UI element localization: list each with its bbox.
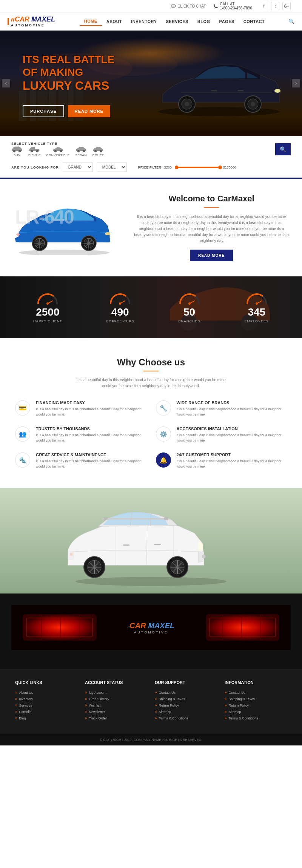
footer-link-0-0[interactable]: About Us: [15, 690, 77, 695]
vehicle-type-sedan[interactable]: SEDAN: [76, 146, 87, 157]
nav-home[interactable]: HOME: [80, 17, 102, 26]
range-dot-left: [175, 166, 179, 169]
svg-point-33: [16, 233, 20, 236]
footer-link-0-3[interactable]: Portfolio: [15, 710, 77, 714]
readmore-button[interactable]: READ MORE: [68, 105, 110, 117]
footer-link-1-0[interactable]: My Account: [85, 690, 147, 695]
welcome-readmore-button[interactable]: READ MORE: [190, 250, 233, 261]
hero-text: ITS REAL BATTLE OF MAKING LUXURY CARS: [23, 53, 114, 93]
arrow-right[interactable]: ›: [292, 79, 300, 87]
svg-rect-18: [211, 90, 217, 91]
footer-link-1-1[interactable]: Order History: [85, 697, 147, 701]
vehicle-type-pickup[interactable]: PICKUP: [28, 146, 41, 157]
footer-link-2-1[interactable]: Shipping & Taxes: [155, 697, 217, 701]
footer-link-0-2[interactable]: Services: [15, 703, 77, 707]
svg-point-25: [60, 150, 62, 152]
footer-logo-car: CAR: [129, 621, 146, 630]
why-grid: 💳 FINANCING MADE EASY It is a beautiful …: [15, 400, 287, 469]
footer-link-3-4[interactable]: Terms & Conditions: [225, 716, 287, 720]
footer-link-3-1[interactable]: Shipping & Taxes: [225, 697, 287, 701]
footer-link-1-4[interactable]: Track Order: [85, 716, 147, 720]
welcome-description: It is a beautiful day in this neighborho…: [132, 214, 291, 244]
nav-blog[interactable]: BLOG: [193, 17, 215, 26]
why-content-0: FINANCING MADE EASY It is a beautiful da…: [36, 400, 146, 417]
why-content-4: GREAT SERVICE & MAINTAINENCE It is a bea…: [36, 452, 146, 469]
nav-contact[interactable]: CONTACT: [239, 17, 269, 26]
chat-icon: 💬: [171, 4, 176, 8]
googleplus-icon[interactable]: G+: [282, 2, 291, 10]
footer-link-2-4[interactable]: Terms & Conditions: [155, 716, 217, 720]
svg-point-9: [159, 107, 279, 116]
nav-services[interactable]: SERVICES: [161, 17, 193, 26]
why-icon-1: 🔧: [156, 400, 171, 416]
why-title-3: ACCESSORIES INSTALLATION: [177, 426, 287, 431]
footer-col-title-2: OUR SUPPORT: [155, 680, 217, 685]
looking-for-label: ARE YOU LOOKING FOR: [11, 166, 59, 169]
chat-label: CLICK TO CHAT: [177, 4, 206, 8]
why-icon-3: ⚙️: [156, 426, 171, 442]
why-text-0: It is a beautiful day in this neighborho…: [36, 407, 146, 417]
footer-link-1-2[interactable]: Wishlist: [85, 703, 147, 707]
stat-item-3: 345 EMPLOYEES: [244, 291, 269, 323]
price-filter: PRICE FILTER $200 $130000: [138, 166, 236, 169]
search-icon[interactable]: 🔍: [288, 18, 294, 24]
car-image-section: [0, 488, 302, 593]
footer-col-title-1: ACCOUNT STATUS: [85, 680, 147, 685]
why-item-5: 🔔 24/7 CUSTOMER SUPPORT It is a beautifu…: [156, 452, 287, 469]
vehicle-type-convertible[interactable]: CONVERTIBLE: [46, 146, 70, 157]
click-to-chat[interactable]: 💬 CLICK TO CHAT: [171, 4, 206, 8]
welcome-title: Welcome to CarMaxel: [132, 194, 291, 204]
logo-sub: AUTOMOTIVE: [11, 23, 55, 27]
why-item-1: 🔧 WIDE RANGE OF BRANDS It is a beautiful…: [156, 400, 287, 417]
vehicle-types: SUV PICKUP CONVERTIBLE SEDAN COUPE: [11, 146, 104, 157]
welcome-divider: [204, 207, 219, 208]
brand-select[interactable]: BRAND: [63, 163, 93, 172]
nav-about[interactable]: ABOUT: [102, 17, 127, 26]
footer-logo: ııCAR MAXEL AUTOMOTIVE: [128, 621, 174, 634]
phone-icon: 📞: [213, 4, 218, 8]
footer-col-title-3: INFORMATION: [225, 680, 287, 685]
svg-line-51: [48, 301, 52, 304]
vehicle-type-coupe[interactable]: COUPE: [92, 146, 104, 157]
twitter-icon[interactable]: t: [271, 2, 279, 10]
footer-link-2-0[interactable]: Contact Us: [155, 690, 217, 695]
why-text-1: It is a beautiful day in this neighborho…: [177, 407, 287, 417]
footer-link-3-2[interactable]: Return Policy: [225, 703, 287, 707]
footer-link-2-3[interactable]: Sitemap: [155, 710, 217, 714]
call-at: 📞 CALL AT 1-800-23-456-7890: [213, 2, 252, 10]
svg-point-16: [274, 89, 280, 93]
hero-line2: OF MAKING: [23, 66, 83, 78]
range-bar[interactable]: [175, 167, 220, 168]
footer-link-3-3[interactable]: Sitemap: [225, 710, 287, 714]
footer-link-3-0[interactable]: Contact Us: [225, 690, 287, 695]
main-nav: ııCAR MAXEL AUTOMOTIVE HOME ABOUT INVENT…: [0, 12, 302, 31]
price-min: $200: [164, 166, 172, 169]
purchase-button[interactable]: PURCHASE: [23, 105, 64, 117]
phone-number: 1-800-23-456-7890: [220, 6, 252, 10]
why-icon-4: 🔩: [15, 452, 30, 468]
stat-item-2: 50 BRANCHES: [178, 291, 201, 323]
footer-link-0-1[interactable]: Inventory: [15, 697, 77, 701]
filter-search-button[interactable]: 🔍: [275, 143, 291, 155]
filter-row2: ARE YOU LOOKING FOR BRAND MODEL PRICE FI…: [11, 163, 291, 172]
facebook-icon[interactable]: f: [260, 2, 268, 10]
svg-rect-64: [123, 544, 129, 546]
nav-pages[interactable]: PAGES: [215, 17, 239, 26]
coupe-label: COUPE: [92, 153, 104, 157]
footer-link-1-3[interactable]: Newsletter: [85, 710, 147, 714]
hero-section: ITS REAL BATTLE OF MAKING LUXURY CARS PU…: [0, 31, 302, 136]
nav-inventory[interactable]: INVENTORY: [126, 17, 161, 26]
price-filter-label: PRICE FILTER: [138, 166, 161, 169]
logo[interactable]: ııCAR MAXEL AUTOMOTIVE: [8, 15, 60, 27]
footer-link-0-4[interactable]: Blog: [15, 716, 77, 720]
svg-point-15: [251, 102, 255, 106]
why-section: Why Choose us It is a beautiful day in t…: [0, 338, 302, 488]
footer-link-2-2[interactable]: Return Policy: [155, 703, 217, 707]
main-navigation: HOME ABOUT INVENTORY SERVICES BLOG PAGES…: [60, 17, 288, 26]
arrow-left[interactable]: ‹: [2, 79, 10, 87]
vehicle-type-suv[interactable]: SUV: [11, 146, 23, 157]
why-title-5: 24/7 CUSTOMER SUPPORT: [177, 452, 287, 457]
suv-label: SUV: [14, 153, 20, 157]
why-description: It is a beautiful day in this neighborho…: [76, 377, 226, 389]
model-select[interactable]: MODEL: [97, 163, 127, 172]
